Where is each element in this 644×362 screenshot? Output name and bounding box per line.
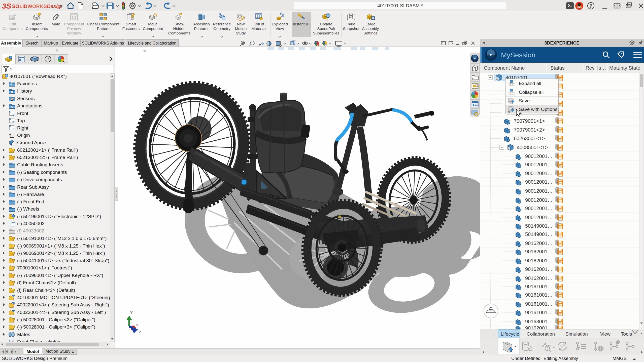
svg-text:90012001…: 90012001… [525,171,553,176]
svg-text:Ground Aprox: Ground Aprox [17,140,47,145]
svg-text:Status: Status [550,65,565,71]
svg-text:View: View [600,331,611,337]
svg-text:60263001<1>: 60263001<1> [514,136,545,141]
svg-text:Design: Design [47,4,62,9]
svg-text:Favorites: Favorites [17,81,37,86]
svg-text:Lifecycle: Lifecycle [501,331,519,337]
svg-text:(-) 90069001<2> ("M8 x 1.25 -: (-) 90069001<2> ("M8 x 1.25 - Thin Hex") [17,251,105,256]
svg-text:(f) Front Chain<1> (Default): (f) Front Chain<1> (Default) [17,280,76,285]
svg-text:(-) Drive components: (-) Drive components [17,177,62,182]
svg-text:(-) 50199001<1> ("Electronic -: (-) 50199001<1> ("Electronic - 12SPD") [17,214,101,219]
svg-text:90161001…: 90161001… [525,310,553,315]
svg-text:Rev: Rev [586,65,595,71]
svg-text:(-) 90069001<1> ("M8 x 1.25 -: (-) 90069001<1> ("M8 x 1.25 - Thin Hex") [17,243,105,249]
svg-text:40107001 ("Bowhead RX"): 40107001 ("Bowhead RX") [10,74,67,79]
svg-text:40100001 MOTION UPDATE<1> ("St: 40100001 MOTION UPDATE<1> ("Steering Sub… [17,295,110,300]
svg-text:Maturity State: Maturity State [609,65,640,71]
svg-text:History: History [17,88,32,94]
svg-text:(-) 70096001<1> ("Upper Keyhol: (-) 70096001<1> ("Upper Keyhole - RX") [17,273,103,278]
svg-text:Expand all: Expand all [519,81,541,86]
svg-text:Simulation: Simulation [565,331,588,337]
svg-text:z: z [139,330,141,334]
svg-text:90162001…: 90162001… [525,240,553,246]
svg-text:40022001<4> ("Steering Sub Ass: 40022001<4> ("Steering Sub Assy - Left") [17,310,106,315]
svg-text:(-) 50191001<1> ("M12 x 1.0 x: (-) 50191001<1> ("M12 x 1.0 x 170.5mm") [17,236,107,241]
svg-text:Is…: Is… [597,65,606,71]
svg-text:90012001…: 90012001… [525,188,553,194]
svg-text:60212001<1> ("Frame Rail"): 60212001<1> ("Frame Rail") [17,147,78,153]
svg-text:90012001…: 90012001… [525,206,553,211]
svg-text:90163001…: 90163001… [525,319,553,324]
svg-text:(-) 50028001 - Caliper<2> ("Ca: (-) 50028001 - Caliper<2> ("Caliper") [17,317,95,322]
svg-text:(f) Rear Chain<3> (Default): (f) Rear Chain<3> (Default) [17,288,75,293]
svg-text:90012001…: 90012001… [525,162,553,167]
svg-text:Top: Top [17,118,25,123]
svg-text:3DEXPERIENCE: 3DEXPERIENCE [544,41,579,46]
svg-text:70079001<1>: 70079001<1> [514,118,545,124]
svg-text:90012001…: 90012001… [525,197,553,203]
svg-text:Save: Save [519,98,530,103]
svg-text:(-) Hardware: (-) Hardware [17,192,44,197]
svg-text:90161001…: 90161001… [525,292,553,298]
svg-text:90161001…: 90161001… [525,301,553,307]
svg-text:(-) 50041001<1> ->x ("Industri: (-) 50041001<1> ->x ("Industrial 30" Str… [17,258,109,263]
svg-text:Collapse all: Collapse all [519,90,544,95]
svg-text:(-) Front End: (-) Front End [17,199,44,204]
svg-text:SOLIDWORKS: SOLIDWORKS [12,4,47,9]
svg-text:70001001<1> ("Footrest"): 70001001<1> ("Footrest") [17,265,72,270]
svg-text:90162001…: 90162001… [525,266,553,272]
svg-text:50149001…: 50149001… [525,231,553,237]
svg-text:(f) 40033002: (f) 40033002 [17,228,44,233]
svg-text:3S: 3S [2,2,11,10]
svg-text:90012001…: 90012001… [525,179,553,185]
svg-text:Component Name: Component Name [484,65,525,71]
svg-text:(-) 50028001 - Caliper<3> ("Ca: (-) 50028001 - Caliper<3> ("Caliper") [17,324,95,330]
svg-text:Sensors: Sensors [17,96,35,101]
svg-text:Annotations: Annotations [17,103,42,108]
svg-text:Front: Front [17,111,28,116]
svg-text:(-) 40050002: (-) 40050002 [17,221,45,226]
svg-text:90162001…: 90162001… [525,258,553,263]
svg-text:90161001…: 90161001… [525,284,553,289]
svg-text:x: x [136,323,138,327]
svg-text:Rear Sub Assy: Rear Sub Assy [17,184,49,190]
svg-text:Tools: Tools [621,331,632,337]
svg-text:Y: Y [130,310,133,315]
svg-text:Right: Right [17,125,28,131]
svg-text:MySession: MySession [501,51,535,59]
svg-text:Collaboration: Collaboration [527,331,555,337]
svg-text:(-) Seating components: (-) Seating components [17,170,67,175]
svg-text:Origin: Origin [17,133,30,138]
svg-text:?: ? [589,3,593,9]
svg-text:40022001<3> ("Steering Sub Ass: 40022001<3> ("Steering Sub Assy - Right"… [17,302,109,307]
svg-text:Save with Options: Save with Options [519,107,557,112]
svg-text:50149001…: 50149001… [525,223,553,229]
svg-text:Mates: Mates [17,332,30,337]
svg-text:90012001…: 90012001… [525,215,553,220]
svg-text:40085001<1>: 40085001<1> [517,145,548,150]
svg-text:90162001…: 90162001… [525,275,553,281]
svg-text:A: A [11,105,13,109]
svg-text:90162001…: 90162001… [525,249,553,254]
svg-text:90012001…: 90012001… [525,153,553,159]
svg-text:70079001<2>: 70079001<2> [514,127,545,133]
svg-text:(-) Wheels: (-) Wheels [17,206,39,212]
svg-text:60212001<2> ("Frame Rail"): 60212001<2> ("Frame Rail") [17,155,78,160]
svg-text:Cable Routing Inserts: Cable Routing Inserts [17,162,63,167]
svg-text:«: « [482,40,485,46]
